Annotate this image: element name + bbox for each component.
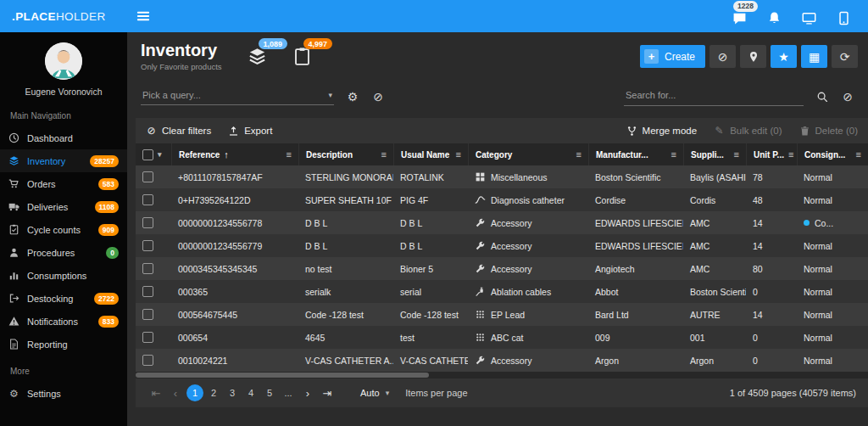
location-button[interactable] [740, 45, 766, 68]
query-clear-ban-icon[interactable]: ⊘ [371, 90, 385, 104]
sidebar-item-deliveries[interactable]: Deliveries 1108 [0, 195, 127, 218]
column-menu-icon[interactable]: ≡ [856, 150, 861, 160]
sidebar-item-dashboard[interactable]: Dashboard [0, 126, 127, 149]
items-per-page-select[interactable]: Auto ▾ [360, 388, 389, 398]
row-checkbox[interactable] [142, 309, 153, 320]
sidebar-item-reporting[interactable]: Reporting [0, 333, 127, 356]
person-icon [8, 247, 19, 258]
notifications-button[interactable] [767, 11, 782, 29]
query-settings-gear-icon[interactable]: ⚙ [346, 90, 359, 104]
sidebar-item-consumptions[interactable]: Consumptions [0, 264, 127, 287]
sidebar-item-inventory[interactable]: Inventory 28257 [0, 149, 127, 172]
search-input[interactable] [624, 87, 804, 106]
export-button[interactable]: Export [228, 126, 272, 137]
table-row[interactable]: 000365 serialk serial Ablation cables Ab… [136, 280, 868, 303]
row-checkbox[interactable] [142, 332, 153, 343]
nav-badge: 0 [106, 247, 119, 259]
table-row[interactable]: 00000001234556778 D B L D B L Accessory … [136, 211, 868, 234]
table-row[interactable]: +80111078157847AF STERLING MONORAI... RO… [136, 165, 868, 188]
row-checkbox[interactable] [142, 240, 153, 251]
next-page-button[interactable]: › [299, 384, 316, 401]
sidebar-item-settings[interactable]: ⚙ Settings [0, 382, 127, 405]
selection-menu-caret-icon[interactable]: ▾ [158, 151, 162, 159]
clear-filters-button[interactable]: ⊘ Clear filters [146, 126, 211, 137]
column-header-category[interactable]: Category ≡ [468, 143, 588, 165]
table-row[interactable]: 000564675445 Code -128 test Code -128 te… [136, 303, 868, 326]
title-block: Inventory Only Favorite products [141, 41, 222, 71]
table-view-button[interactable]: ▦ [801, 45, 827, 68]
column-header-usual-name[interactable]: Usual Name ≡ [393, 143, 468, 165]
row-checkbox[interactable] [142, 286, 153, 297]
desktop-view-button[interactable] [802, 11, 816, 29]
page-button-4[interactable]: 4 [242, 384, 259, 401]
sidebar-item-cycle-counts[interactable]: Cycle counts 909 [0, 218, 127, 241]
table-row[interactable]: 0000345345345345 no test Bioner 5 Access… [136, 257, 868, 280]
page-title: Inventory [141, 41, 222, 59]
column-menu-icon[interactable]: ≡ [734, 150, 739, 160]
logout-icon [8, 293, 19, 304]
user-name: Eugene Voronovich [0, 87, 127, 97]
column-menu-icon[interactable]: ≡ [576, 150, 581, 160]
table-row[interactable]: 0010024221 V-CAS CATHETER A... V-CAS CAT… [136, 349, 868, 372]
table-row[interactable]: 0+H7395264122D SUPER SHEATH 10F ... PIG … [136, 188, 868, 211]
sort-asc-icon[interactable]: ↑ [224, 150, 229, 160]
cell-manufacturer: 009 [588, 326, 683, 349]
column-header-reference[interactable]: Reference ↑ ≡ [171, 143, 298, 165]
sidebar-item-procedures[interactable]: Procedures 0 [0, 241, 127, 264]
sidebar-item-destocking[interactable]: Destocking 2722 [0, 287, 127, 310]
create-button[interactable]: + Create [640, 45, 705, 68]
horizontal-scrollbar[interactable] [136, 372, 868, 378]
column-menu-icon[interactable]: ≡ [287, 150, 292, 160]
column-header-supplier[interactable]: Suppli... ≡ [683, 143, 746, 165]
favorites-toggle-button[interactable]: ★ [771, 45, 797, 68]
ban-icon: ⊘ [146, 126, 157, 137]
chat-button[interactable]: 1228 [732, 11, 747, 29]
page-button-5[interactable]: 5 [261, 384, 278, 401]
column-menu-icon[interactable]: ≡ [788, 150, 793, 160]
search-clear-ban-icon[interactable]: ⊘ [841, 90, 854, 104]
column-menu-icon[interactable]: ≡ [456, 150, 461, 160]
column-header-unit-price[interactable]: Unit P... ≡ [746, 143, 797, 165]
page-button-1[interactable]: 1 [186, 384, 203, 401]
query-select[interactable]: Pick a query... ▾ [141, 87, 334, 105]
column-menu-icon[interactable]: ≡ [671, 150, 676, 160]
column-header-description[interactable]: Description ≡ [298, 143, 393, 165]
page-ellipsis[interactable]: ... [280, 384, 297, 401]
disable-filter-button[interactable]: ⊘ [709, 45, 736, 68]
bulk-edit-button[interactable]: ✎ Bulk edit (0) [714, 126, 782, 137]
page-button-3[interactable]: 3 [224, 384, 241, 401]
column-header-consignment[interactable]: Consign... ≡ [797, 143, 868, 165]
delete-button[interactable]: Delete (0) [799, 126, 859, 137]
cell-usual-name: ROTALINK [393, 165, 468, 188]
table-row[interactable]: 000654 4645 test ABC cat 009 001 0 Norma… [136, 326, 868, 349]
table-row[interactable]: 00000001234556779 D B L D B L Accessory … [136, 234, 868, 257]
products-count-indicator[interactable]: 4,997 [292, 47, 312, 66]
sidebar-item-orders[interactable]: Orders 583 [0, 172, 127, 195]
scrollbar-thumb[interactable] [136, 373, 429, 378]
curve-category-icon [475, 194, 486, 205]
row-checkbox[interactable] [142, 217, 153, 228]
first-page-button[interactable]: ⇤ [147, 384, 164, 401]
menu-icon[interactable] [136, 8, 151, 24]
stock-count-indicator[interactable]: 1,089 [248, 47, 267, 66]
row-checkbox[interactable] [142, 355, 153, 366]
sidebar-item-notifications[interactable]: Notifications 833 [0, 310, 127, 333]
star-icon: ★ [778, 51, 789, 63]
row-checkbox[interactable] [142, 171, 153, 182]
prev-page-button[interactable]: ‹ [167, 384, 184, 401]
select-all-checkbox[interactable] [142, 149, 153, 160]
avatar[interactable] [45, 42, 82, 80]
refresh-button[interactable]: ⟳ [832, 45, 858, 68]
column-menu-icon[interactable]: ≡ [381, 150, 387, 160]
mobile-view-button[interactable] [837, 11, 851, 29]
merge-mode-button[interactable]: Merge mode [626, 126, 698, 137]
column-header-manufacturer[interactable]: Manufactur... ≡ [588, 143, 683, 165]
row-checkbox[interactable] [142, 263, 153, 274]
page-button-2[interactable]: 2 [205, 384, 222, 401]
cell-supplier: Baylis (ASAHI INT [683, 165, 746, 188]
select-all-header[interactable]: ▾ [136, 143, 171, 165]
search-icon[interactable] [815, 90, 829, 104]
app-logo[interactable]: .PLACEHOLDER [0, 10, 127, 23]
last-page-button[interactable]: ⇥ [319, 384, 336, 401]
row-checkbox[interactable] [142, 194, 153, 205]
